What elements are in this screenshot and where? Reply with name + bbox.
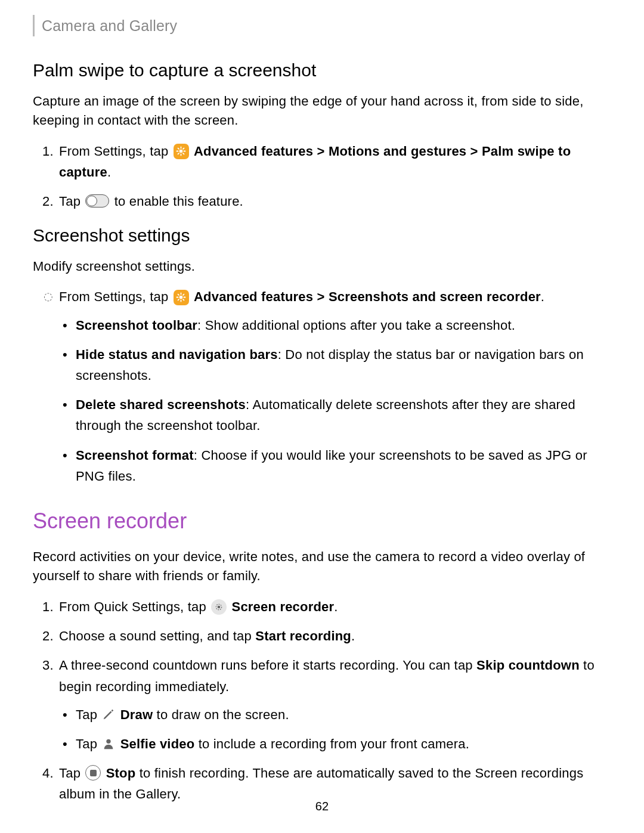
heading-palm-swipe: Palm swipe to capture a screenshot: [33, 57, 611, 83]
text: From Settings, tap: [59, 289, 172, 304]
para-screenshot-settings: Modify screenshot settings.: [33, 257, 611, 276]
bold: Hide status and navigation bars: [76, 347, 278, 362]
heading-screen-recorder: Screen recorder: [33, 506, 611, 537]
bullet-toolbar: Screenshot toolbar: Show additional opti…: [76, 315, 611, 336]
step-3: 3. A three-second countdown runs before …: [59, 655, 611, 754]
text: A three-second countdown runs before it …: [59, 658, 476, 673]
list-palm-swipe: 1. From Settings, tap Advanced features …: [33, 141, 611, 212]
sublist: Tap Draw to draw on the screen. Tap Self…: [59, 704, 611, 754]
page-header: Camera and Gallery: [33, 15, 611, 36]
bullet-draw: Tap Draw to draw on the screen.: [76, 704, 611, 725]
text: to draw on the screen.: [153, 707, 289, 722]
bold: Advanced features: [194, 144, 313, 159]
bold: Screen recorder: [232, 599, 335, 614]
bold: Advanced features: [194, 289, 313, 304]
svg-point-3: [218, 606, 221, 609]
text: Tap: [59, 766, 84, 781]
bold: Skip countdown: [476, 658, 580, 673]
text: Tap: [76, 736, 101, 751]
pencil-icon: [101, 707, 116, 721]
toggle-icon: [85, 194, 109, 208]
text: From Settings, tap: [59, 144, 172, 159]
sublist: Screenshot toolbar: Show additional opti…: [59, 315, 611, 487]
bold: Selfie video: [120, 736, 195, 751]
text: to finish recording. These are automatic…: [59, 766, 583, 801]
svg-point-4: [107, 739, 111, 744]
bold: Draw: [120, 707, 153, 722]
bold: Screenshot format: [76, 448, 194, 463]
step-2: 2. Choose a sound setting, and tap Start…: [59, 625, 611, 646]
text: Tap: [76, 707, 101, 722]
bullet-hide-bars: Hide status and navigation bars: Do not …: [76, 344, 611, 386]
svg-point-0: [179, 150, 183, 153]
text: to include a recording from your front c…: [194, 736, 469, 751]
text: From Quick Settings, tap: [59, 599, 210, 614]
step-1: 1. From Settings, tap Advanced features …: [59, 141, 611, 182]
person-icon: [101, 736, 116, 751]
bold: Stop: [106, 766, 136, 781]
heading-screenshot-settings: Screenshot settings: [33, 222, 611, 249]
text: to enable this feature.: [110, 194, 243, 209]
item-lead: From Settings, tap Advanced features > S…: [59, 286, 611, 487]
svg-point-1: [179, 296, 183, 299]
sep: >: [313, 289, 329, 304]
advanced-features-icon: [174, 290, 189, 305]
page-number: 62: [0, 798, 644, 815]
bullet-format: Screenshot format: Choose if you would l…: [76, 445, 611, 487]
text: Choose a sound setting, and tap: [59, 628, 255, 643]
bold: Delete shared screenshots: [76, 397, 246, 412]
para-palm-swipe: Capture an image of the screen by swipin…: [33, 92, 611, 130]
text: Tap: [59, 194, 84, 209]
bold: Screenshots and screen recorder: [329, 289, 541, 304]
step-1: 1. From Quick Settings, tap Screen recor…: [59, 596, 611, 617]
list-screen-recorder: 1. From Quick Settings, tap Screen recor…: [33, 596, 611, 805]
sep: >: [466, 144, 482, 159]
text: : Show additional options after you take…: [197, 318, 515, 333]
screen-recorder-icon: [211, 599, 227, 615]
list-screenshot-settings: From Settings, tap Advanced features > S…: [33, 286, 611, 487]
bold: Start recording: [255, 628, 351, 643]
stop-icon: [85, 765, 101, 781]
bullet-delete-shared: Delete shared screenshots: Automatically…: [76, 394, 611, 436]
step-2: 2. Tap to enable this feature.: [59, 191, 611, 212]
para-screen-recorder: Record activities on your device, write …: [33, 547, 611, 586]
bullet-selfie: Tap Selfie video to include a recording …: [76, 733, 611, 754]
sep: >: [313, 144, 329, 159]
bold: Motions and gestures: [329, 144, 466, 159]
advanced-features-icon: [174, 144, 189, 159]
breadcrumb: Camera and Gallery: [42, 17, 177, 34]
bold: Screenshot toolbar: [76, 318, 197, 333]
